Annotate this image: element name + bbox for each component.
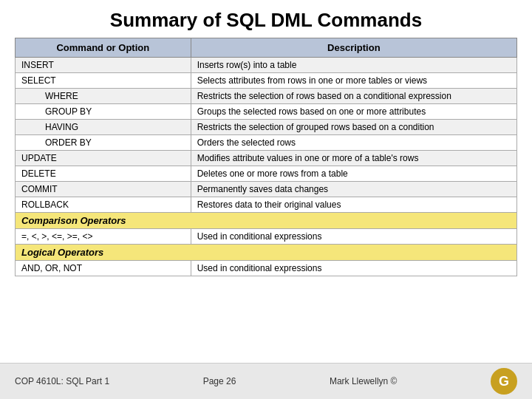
table-row: ROLLBACKRestores data to their original …: [16, 197, 517, 213]
footer: COP 4610L: SQL Part 1 Page 26 Mark Llewe…: [0, 363, 532, 399]
table-row: WHERERestricts the selection of rows bas…: [16, 89, 517, 104]
section-header: Comparison Operators: [16, 213, 517, 229]
description-cell: Deletes one or more rows from a table: [191, 166, 516, 182]
description-cell: Permanently saves data changes: [191, 182, 516, 197]
footer-logo: G: [491, 368, 517, 395]
table-row: Comparison Operators: [16, 213, 517, 229]
description-cell: Used in conditional expressions: [191, 261, 516, 276]
description-cell: Restricts the selection of rows based on…: [191, 89, 516, 104]
table-row: INSERTInserts row(s) into a table: [16, 58, 517, 73]
main-table: Command or Option Description INSERTInse…: [15, 38, 517, 276]
description-cell: Restores data to their original values: [191, 197, 516, 213]
col-header-description: Description: [191, 38, 516, 58]
command-cell: WHERE: [16, 89, 191, 104]
table-row: =, <, >, <=, >=, <>Used in conditional e…: [16, 229, 517, 245]
description-cell: Used in conditional expressions: [191, 229, 516, 245]
page-title: Summary of SQL DML Commands: [0, 0, 532, 38]
table-row: SELECTSelects attributes from rows in on…: [16, 73, 517, 89]
table-row: DELETEDeletes one or more rows from a ta…: [16, 166, 517, 182]
command-cell: ROLLBACK: [16, 197, 191, 213]
footer-right: Mark Llewellyn ©: [330, 376, 398, 386]
description-cell: Selects attributes from rows in one or m…: [191, 73, 516, 89]
command-cell: SELECT: [16, 73, 191, 89]
table-row: UPDATEModifies attribute values in one o…: [16, 151, 517, 166]
table-wrapper: Command or Option Description INSERTInse…: [0, 38, 532, 363]
page: Summary of SQL DML Commands Command or O…: [0, 0, 532, 399]
table-row: GROUP BYGroups the selected rows based o…: [16, 104, 517, 120]
command-cell: INSERT: [16, 58, 191, 73]
command-cell: ORDER BY: [16, 135, 191, 151]
table-row: Logical Operators: [16, 245, 517, 261]
table-row: HAVINGRestricts the selection of grouped…: [16, 120, 517, 135]
table-row: AND, OR, NOTUsed in conditional expressi…: [16, 261, 517, 276]
command-cell: UPDATE: [16, 151, 191, 166]
table-row: ORDER BYOrders the selected rows: [16, 135, 517, 151]
command-cell: HAVING: [16, 120, 191, 135]
command-cell: =, <, >, <=, >=, <>: [16, 229, 191, 245]
description-cell: Groups the selected rows based on one or…: [191, 104, 516, 120]
description-cell: Restricts the selection of grouped rows …: [191, 120, 516, 135]
description-cell: Orders the selected rows: [191, 135, 516, 151]
command-cell: COMMIT: [16, 182, 191, 197]
footer-left: COP 4610L: SQL Part 1: [15, 376, 109, 386]
table-row: COMMITPermanently saves data changes: [16, 182, 517, 197]
section-header: Logical Operators: [16, 245, 517, 261]
command-cell: AND, OR, NOT: [16, 261, 191, 276]
col-header-command: Command or Option: [16, 38, 191, 58]
description-cell: Inserts row(s) into a table: [191, 58, 516, 73]
table-header-row: Command or Option Description: [16, 38, 517, 58]
footer-center: Page 26: [203, 376, 236, 386]
description-cell: Modifies attribute values in one or more…: [191, 151, 516, 166]
command-cell: DELETE: [16, 166, 191, 182]
command-cell: GROUP BY: [16, 104, 191, 120]
